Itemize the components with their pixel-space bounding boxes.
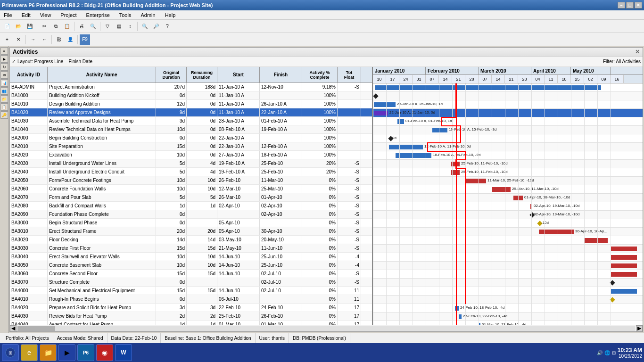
menu-project[interactable]: Project bbox=[58, 11, 78, 19]
header-activity-id[interactable]: Activity ID bbox=[10, 67, 48, 82]
close-btn[interactable]: ✕ bbox=[635, 2, 642, 8]
scroll-right-btn[interactable]: ▶ bbox=[636, 325, 643, 332]
menu-enterprise[interactable]: Enterprise bbox=[84, 11, 112, 19]
table-row[interactable]: BA2010Site Preparation15d0d22-Jan-10 A12… bbox=[10, 142, 372, 151]
print-btn[interactable]: 🖨 bbox=[76, 21, 87, 32]
table-row[interactable]: BA3000Begin Structural Phase0d05-Apr-100… bbox=[10, 219, 372, 227]
header-orig-dur[interactable]: OriginalDuration bbox=[156, 67, 187, 82]
nav-icon-1[interactable]: ≡ bbox=[0, 47, 8, 55]
table-row[interactable]: BA2080Backfill and Compact Walls1d1d02-A… bbox=[10, 202, 372, 210]
paste-btn[interactable]: 📋 bbox=[62, 21, 72, 32]
new-btn[interactable]: 📄 bbox=[2, 21, 12, 32]
menu-help[interactable]: Help bbox=[163, 11, 178, 19]
title-bar: Primavera P6 Professional R8.2 : Bldg-21… bbox=[0, 0, 644, 10]
open-btn[interactable]: 📂 bbox=[13, 21, 24, 32]
sort-btn[interactable]: ↕ bbox=[125, 21, 135, 32]
copy-btn[interactable]: ⧉ bbox=[50, 21, 61, 32]
add-act-btn[interactable]: + bbox=[2, 34, 12, 45]
table-cell: 19-Feb-10 A bbox=[217, 168, 260, 176]
zoom-out-btn[interactable]: 🔎 bbox=[151, 21, 161, 32]
table-row[interactable]: BA4000Set Mechanical and Electrical Equi… bbox=[10, 287, 372, 295]
minimize-btn[interactable]: – bbox=[618, 2, 625, 8]
print-preview-btn[interactable]: 🔍 bbox=[88, 21, 98, 32]
nav-icon-2[interactable]: ▶ bbox=[0, 55, 8, 63]
group-btn[interactable]: ▤ bbox=[114, 21, 124, 32]
p6-btn[interactable]: P6 bbox=[77, 344, 94, 361]
nav-icon-9[interactable]: 🔑 bbox=[0, 111, 8, 119]
table-row[interactable]: BA2020Excavation10d0d27-Jan-10 A18-Feb-1… bbox=[10, 151, 372, 159]
folder-btn[interactable]: 📁 bbox=[40, 344, 57, 361]
media-btn[interactable]: ▶ bbox=[58, 344, 75, 361]
table-row[interactable]: BA4030Review Bids for Heat Pump2d2d25-Fe… bbox=[10, 312, 372, 321]
zoom-in-btn[interactable]: 🔍 bbox=[140, 21, 150, 32]
indent-btn[interactable]: → bbox=[28, 34, 38, 45]
nav-icon-7[interactable]: 📁 bbox=[0, 95, 8, 103]
scrollbar-thumb[interactable] bbox=[17, 326, 55, 331]
menu-edit[interactable]: Edit bbox=[20, 11, 33, 19]
table-row[interactable]: BA2090Foundation Phase Complete0d02-Apr-… bbox=[10, 210, 372, 219]
table-row[interactable]: BA3070Structure Complete0d02-Jul-100%-S bbox=[10, 278, 372, 287]
table-row[interactable]: BA2050Form/Pour Concrete Footings10d10d2… bbox=[10, 176, 372, 185]
red-app-btn[interactable]: ◉ bbox=[96, 344, 113, 361]
horizontal-scrollbar[interactable]: ◀ ▶ bbox=[10, 325, 643, 331]
filter-btn[interactable]: ▽ bbox=[102, 21, 113, 32]
nav-icon-8[interactable]: 📋 bbox=[0, 103, 8, 111]
del-act-btn[interactable]: ✕ bbox=[13, 34, 24, 45]
nav-icon-6[interactable]: 👥 bbox=[0, 87, 8, 95]
table-row[interactable]: BA2030Install Underground Water Lines5d4… bbox=[10, 159, 372, 168]
table-row[interactable]: BA-ADMINProject Administration207d188d11… bbox=[10, 83, 372, 91]
header-rem-dur[interactable]: RemainingDuration bbox=[187, 67, 217, 82]
outdent-btn[interactable]: ← bbox=[39, 34, 50, 45]
header-finish[interactable]: Finish bbox=[260, 67, 302, 82]
table-row[interactable]: BA3010Erect Structural Frame20d20d05-Apr… bbox=[10, 227, 372, 236]
table-row[interactable]: BA4020Prepare and Solicit Bids for Heat … bbox=[10, 304, 372, 312]
start-btn[interactable]: ⊞ bbox=[2, 344, 19, 361]
table-row[interactable]: BA1030Assemble Technical Data for Heat P… bbox=[10, 117, 372, 125]
table-row[interactable]: BA3030Concrete First Floor15d15d21-May-1… bbox=[10, 244, 372, 253]
nav-icon-4[interactable]: ✉ bbox=[0, 71, 8, 79]
scrollbar-track[interactable] bbox=[17, 326, 635, 331]
assign-btn[interactable]: 👤 bbox=[65, 34, 75, 45]
table-row[interactable]: BA2000Begin Building Construction0d0d22-… bbox=[10, 134, 372, 142]
table-body: BA-ADMINProject Administration207d188d11… bbox=[10, 83, 372, 325]
nav-icon-5[interactable]: 📊 bbox=[0, 79, 8, 87]
table-row[interactable]: BA1010Design Building Addition12d0d11-Ja… bbox=[10, 100, 372, 108]
table-row[interactable]: BA3060Concrete Second Floor15d15d14-Jun-… bbox=[10, 270, 372, 278]
menu-admin[interactable]: Admin bbox=[139, 11, 157, 19]
help-btn[interactable]: ? bbox=[162, 21, 173, 32]
header-activity-name[interactable]: Activity Name bbox=[48, 67, 156, 82]
gantt-bar bbox=[611, 263, 637, 268]
schedule-btn[interactable]: F9 bbox=[80, 34, 90, 45]
table-row[interactable]: BA3050Concrete Basement Slab10d10d14-Jun… bbox=[10, 261, 372, 270]
cut-btn[interactable]: ✂ bbox=[39, 21, 50, 32]
menu-tools[interactable]: Tools bbox=[117, 11, 133, 19]
scroll-left-btn[interactable]: ◀ bbox=[10, 325, 17, 332]
menu-view[interactable]: View bbox=[38, 11, 53, 19]
header-activity-pct[interactable]: Activity %Complete bbox=[302, 67, 338, 82]
table-row[interactable]: BA3040Erect Stairwell and Elevator Walls… bbox=[10, 253, 372, 261]
gantt-bar-label: 25-Mar-10, 11-Mar-10, -10d bbox=[512, 187, 559, 191]
app-title: Primavera P6 Professional R8.2 : Bldg-21… bbox=[2, 2, 213, 8]
word-btn[interactable]: W bbox=[115, 344, 132, 361]
table-row[interactable]: BA4010Rough-In Phase Begins0d06-Jul-100%… bbox=[10, 295, 372, 304]
table-cell: 0% bbox=[302, 176, 338, 184]
table-cell: 0% bbox=[302, 193, 338, 201]
table-row[interactable]: BA1040Review Technical Data on Heat Pump… bbox=[10, 125, 372, 134]
browser-btn[interactable]: e bbox=[21, 344, 38, 361]
panel-close-btn[interactable]: ✕ bbox=[635, 49, 640, 55]
menu-file[interactable]: File bbox=[2, 11, 14, 19]
save-btn[interactable]: 💾 bbox=[25, 21, 35, 32]
maximize-btn[interactable]: □ bbox=[626, 2, 634, 8]
table-row[interactable]: BA4040Award Contract for Heat Pump1d1d01… bbox=[10, 321, 372, 325]
table-row[interactable]: BA2070Form and Pour Slab5d5d26-Mar-1001-… bbox=[10, 193, 372, 202]
header-start[interactable]: Start bbox=[217, 67, 260, 82]
table-row[interactable]: BA1000Building Addition Kickoff0d0d11-Ja… bbox=[10, 91, 372, 100]
gantt-grid-line bbox=[386, 83, 387, 325]
link-btn[interactable]: ⛓ bbox=[54, 34, 64, 45]
table-row[interactable]: BA2060Concrete Foundation Walls10d10d12-… bbox=[10, 185, 372, 193]
table-row[interactable]: BA1020Review and Approve Designs9d0d11-J… bbox=[10, 108, 372, 117]
header-tot-float[interactable]: TotFloat bbox=[338, 67, 361, 82]
table-row[interactable]: BA3020Floor Decking14d14d03-May-1020-May… bbox=[10, 236, 372, 244]
nav-icon-3[interactable]: ↻ bbox=[0, 63, 8, 71]
table-row[interactable]: BA2040Install Underground Electric Condu… bbox=[10, 168, 372, 176]
